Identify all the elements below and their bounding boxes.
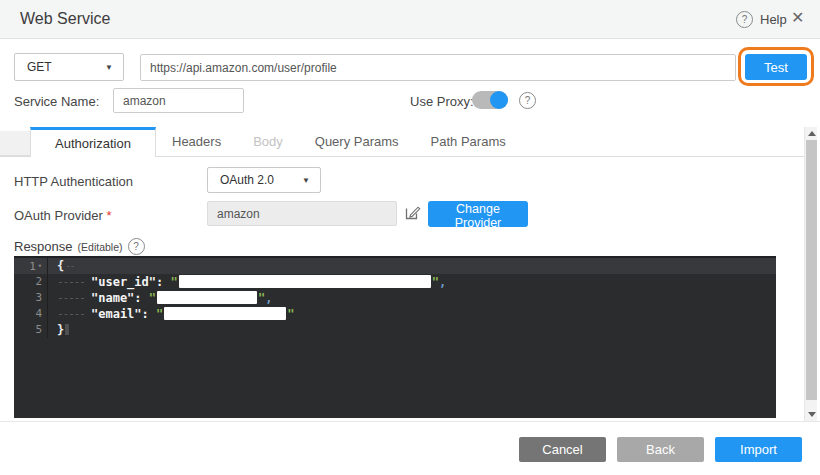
fold-arrow-icon[interactable]: ▾	[38, 262, 42, 270]
http-authentication-select[interactable]: OAuth 2.0 ▼	[207, 167, 321, 193]
method-select[interactable]: GET ▼	[14, 53, 124, 81]
editor-line-2: 2 "user_id": "",	[14, 274, 776, 290]
oauth-provider-input	[207, 201, 397, 226]
response-label: Response	[14, 239, 73, 254]
back-button[interactable]: Back	[617, 437, 704, 462]
tab-headers[interactable]: Headers	[156, 128, 237, 156]
service-name-label: Service Name:	[14, 94, 99, 109]
editor-end-marker	[65, 324, 69, 335]
edit-icon[interactable]	[404, 204, 421, 221]
scroll-up-arrow[interactable]	[805, 127, 818, 140]
http-authentication-label: HTTP Authentication	[14, 174, 133, 189]
line-number: 2	[14, 274, 48, 290]
response-code-editor[interactable]: 1▾ { 2 "user_id": "", 3 "name": "", 4 "e…	[14, 256, 776, 418]
line-number: 3	[14, 290, 48, 306]
use-proxy-toggle[interactable]	[472, 91, 508, 109]
cancel-button[interactable]: Cancel	[519, 437, 606, 462]
line-number: 5	[14, 322, 48, 338]
tab-body[interactable]: Body	[237, 128, 299, 156]
vertical-scrollbar[interactable]	[804, 127, 817, 421]
tab-query-params[interactable]: Query Params	[299, 128, 415, 156]
tab-path-params[interactable]: Path Params	[415, 128, 522, 156]
redaction-bar	[179, 275, 431, 288]
tab-authorization[interactable]: Authorization	[30, 127, 156, 157]
line-number: 1▾	[14, 258, 48, 274]
use-proxy-label: Use Proxy:	[410, 94, 474, 109]
dialog-header	[0, 0, 820, 39]
test-button[interactable]: Test	[745, 54, 807, 80]
http-authentication-value: OAuth 2.0	[220, 173, 274, 187]
editor-line-1: 1▾ {	[14, 258, 776, 274]
help-icon[interactable]: ?	[736, 11, 753, 28]
editor-line-5: 5 }	[14, 322, 776, 338]
help-label[interactable]: Help	[760, 12, 787, 27]
chevron-down-icon: ▼	[302, 176, 310, 185]
method-select-value: GET	[27, 60, 52, 74]
scrollbar-thumb[interactable]	[806, 140, 817, 400]
url-input[interactable]	[140, 54, 736, 81]
redaction-bar	[164, 307, 286, 320]
response-editable-label: (Editable)	[78, 241, 123, 253]
page-title: Web Service	[20, 10, 110, 28]
use-proxy-toggle-thumb	[490, 91, 508, 109]
service-name-input[interactable]	[113, 88, 244, 113]
response-header: Response (Editable) ?	[14, 238, 145, 255]
proxy-help-icon[interactable]: ?	[519, 92, 536, 109]
line-number: 4	[14, 306, 48, 322]
oauth-provider-label: OAuth Provider *	[14, 208, 112, 223]
import-button[interactable]: Import	[715, 437, 802, 462]
close-icon[interactable]: ✕	[791, 8, 804, 27]
tab-bar: Headers Body Query Params Path Params	[156, 128, 522, 156]
editor-line-4: 4 "email": ""	[14, 306, 776, 322]
response-help-icon[interactable]: ?	[128, 238, 145, 255]
footer-divider	[0, 421, 820, 422]
required-marker: *	[107, 208, 112, 223]
redaction-bar	[157, 291, 257, 304]
chevron-down-icon: ▼	[105, 63, 113, 72]
help-link[interactable]: ? Help	[736, 11, 787, 28]
tab-strip-left-edge	[0, 131, 30, 156]
scroll-down-arrow[interactable]	[805, 408, 818, 421]
editor-line-3: 3 "name": "",	[14, 290, 776, 306]
change-provider-button[interactable]: Change Provider	[428, 201, 528, 227]
